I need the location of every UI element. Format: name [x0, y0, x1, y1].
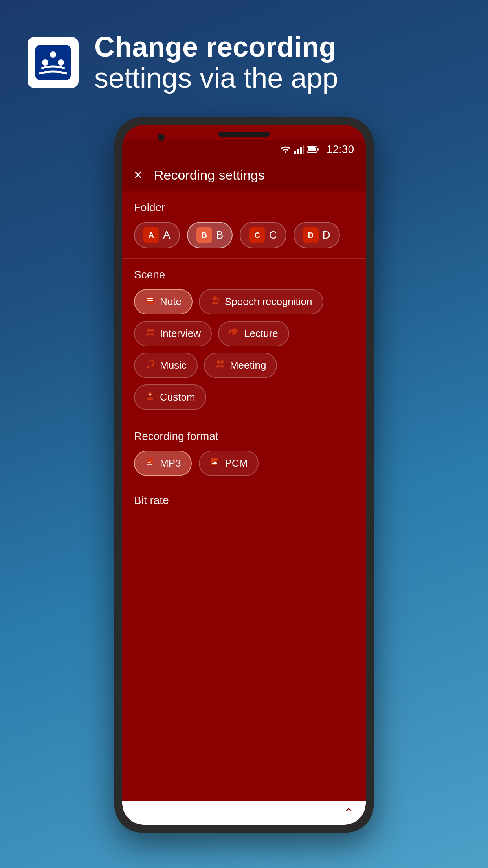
speech-icon — [210, 295, 220, 308]
svg-point-18 — [150, 329, 154, 332]
scene-interview-button[interactable]: Interview — [134, 321, 212, 346]
close-button[interactable]: × — [134, 167, 142, 183]
phone-speaker — [218, 132, 270, 137]
header-title: Change recording settings via the app — [94, 31, 338, 94]
scene-lecture-button[interactable]: Lecture — [218, 321, 289, 346]
svg-rect-4 — [294, 151, 296, 154]
app-top-bar: × Recording settings — [122, 159, 366, 191]
status-icons — [280, 145, 319, 154]
svg-rect-5 — [297, 149, 299, 154]
svg-rect-0 — [35, 45, 71, 80]
svg-point-17 — [147, 329, 150, 332]
note-icon — [145, 295, 155, 308]
svg-point-16 — [216, 297, 219, 300]
folder-c-icon: C — [249, 227, 265, 243]
format-mp3-button[interactable]: MP3 — [134, 451, 192, 476]
folder-row: A A B B C C D D — [134, 222, 354, 248]
bitrate-section: Bit rate — [122, 486, 366, 522]
scene-label: Scene — [134, 268, 354, 281]
folder-c-label: C — [269, 229, 277, 241]
svg-point-22 — [220, 360, 224, 364]
phone-device: 12:30 × Recording settings Folder A A — [114, 117, 374, 833]
svg-rect-7 — [303, 145, 304, 154]
svg-rect-12 — [147, 298, 153, 299]
lecture-icon — [229, 327, 239, 340]
svg-point-24 — [149, 394, 151, 395]
svg-rect-10 — [308, 147, 316, 151]
svg-rect-30 — [212, 463, 217, 464]
folder-b-label: B — [216, 229, 224, 241]
wifi-icon — [280, 145, 291, 154]
scene-speech-button[interactable]: Speech recognition — [199, 289, 323, 314]
chevron-up-icon[interactable]: ⌃ — [343, 805, 354, 811]
scene-music-label: Music — [160, 359, 187, 371]
phone-camera — [158, 134, 165, 141]
folder-c-button[interactable]: C C — [240, 222, 286, 248]
philips-logo-svg — [33, 43, 73, 82]
format-label: Recording format — [134, 430, 354, 443]
svg-point-15 — [213, 296, 217, 300]
status-time: 12:30 — [327, 143, 354, 156]
format-pcm-label: PCM — [225, 457, 248, 469]
folder-d-label: D — [323, 229, 330, 241]
philips-logo — [28, 37, 79, 88]
format-mp3-label: MP3 — [160, 457, 181, 469]
phone-top — [122, 125, 366, 140]
folder-section: Folder A A B B C C — [122, 191, 366, 259]
meeting-icon — [215, 359, 225, 372]
status-bar: 12:30 — [122, 140, 366, 159]
custom-icon — [145, 391, 155, 404]
folder-b-button[interactable]: B B — [187, 222, 233, 248]
bottom-bar: ⌃ — [122, 801, 366, 811]
format-row: MP3 — [134, 451, 354, 476]
svg-rect-14 — [147, 302, 151, 302]
scene-custom-button[interactable]: Custom — [134, 384, 206, 410]
scene-music-button[interactable]: Music — [134, 353, 198, 378]
format-section: Recording format — [122, 420, 366, 486]
mp3-icon — [145, 457, 155, 470]
format-pcm-button[interactable]: PCM — [199, 451, 259, 476]
header: Change recording settings via the app — [0, 0, 488, 109]
folder-a-label: A — [163, 229, 171, 241]
folder-label: Folder — [134, 201, 354, 214]
bitrate-label: Bit rate — [134, 494, 354, 507]
svg-point-2 — [42, 59, 48, 66]
svg-point-1 — [50, 51, 56, 58]
folder-a-icon: A — [143, 227, 159, 243]
scene-interview-label: Interview — [160, 327, 201, 340]
scene-section: Scene — [122, 259, 366, 420]
scene-note-label: Note — [160, 296, 182, 308]
pcm-icon — [210, 457, 220, 470]
svg-point-21 — [217, 360, 220, 364]
scene-meeting-label: Meeting — [230, 359, 266, 371]
scene-note-button[interactable]: Note — [134, 289, 193, 314]
phone-wrapper: 12:30 × Recording settings Folder A A — [0, 117, 488, 833]
svg-rect-26 — [150, 458, 153, 460]
folder-b-icon: B — [196, 227, 212, 243]
scene-speech-label: Speech recognition — [225, 296, 312, 308]
battery-icon — [307, 146, 319, 153]
folder-d-button[interactable]: D D — [294, 222, 340, 248]
svg-point-3 — [58, 59, 64, 66]
folder-a-button[interactable]: A A — [134, 222, 180, 248]
interview-icon — [145, 327, 155, 340]
app-screen: × Recording settings Folder A A B B — [122, 159, 366, 811]
phone-screen: 12:30 × Recording settings Folder A A — [122, 125, 366, 825]
svg-point-20 — [152, 364, 154, 367]
signal-icon — [294, 145, 304, 154]
svg-rect-13 — [147, 300, 153, 301]
svg-rect-28 — [215, 458, 218, 460]
scene-grid: Note S — [134, 289, 354, 410]
svg-rect-9 — [317, 148, 319, 151]
svg-point-19 — [147, 366, 150, 368]
app-title: Recording settings — [154, 167, 265, 183]
folder-d-icon: D — [303, 227, 319, 243]
scene-lecture-label: Lecture — [244, 327, 278, 340]
svg-rect-6 — [300, 147, 302, 154]
scene-meeting-button[interactable]: Meeting — [204, 353, 277, 378]
header-text: Change recording settings via the app — [94, 31, 338, 94]
scene-custom-label: Custom — [160, 391, 195, 403]
music-icon — [145, 359, 155, 372]
